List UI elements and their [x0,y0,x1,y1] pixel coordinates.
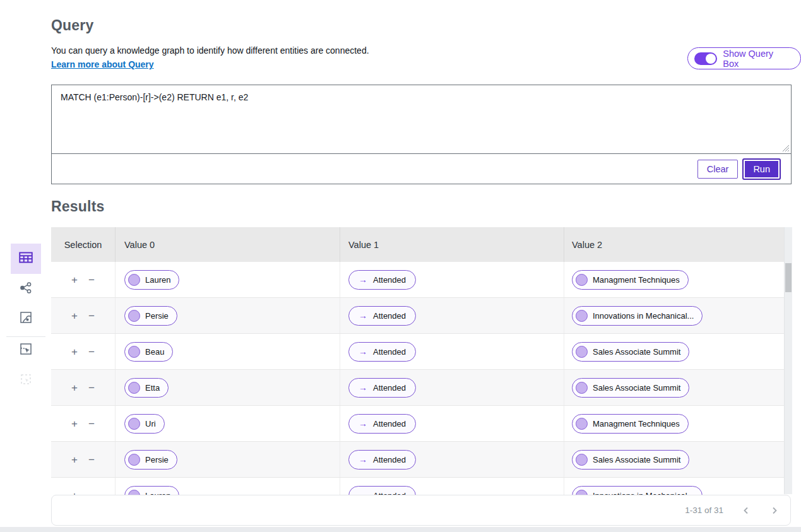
map-select-icon [18,341,33,359]
edge-arrow-icon: → [359,454,367,464]
sidebar-item-map-select-view[interactable] [18,343,33,358]
table-scrollbar[interactable] [784,227,792,494]
add-to-selection-button[interactable]: + [70,273,79,287]
node-label: Sales Associate Summit [593,383,680,393]
add-to-selection-button[interactable]: + [70,489,79,495]
remove-from-selection-button[interactable]: − [87,453,96,466]
toggle-label: Show Query Box [723,49,790,69]
edge-chip[interactable]: → Attended [348,414,416,434]
node-label: Managment Techniques [593,275,680,285]
add-to-selection-button[interactable]: + [70,381,79,394]
node-dot-icon [576,310,588,322]
node-label: Lauren [145,275,170,285]
clear-button[interactable]: Clear [697,160,739,179]
node-label: Sales Associate Summit [593,455,680,464]
edge-arrow-icon: → [359,310,367,321]
add-to-selection-button[interactable]: + [70,453,79,466]
remove-from-selection-button[interactable]: − [87,309,96,322]
node-chip[interactable]: Sales Associate Summit [572,450,689,470]
graph-icon [18,280,33,298]
node-dot-icon [576,382,588,394]
table-row: + − Lauren → Attended Managment Techniqu… [51,262,792,298]
node-dot-icon [128,346,140,358]
results-table: Selection Value 0 Value 1 Value 2 + − La… [51,227,792,495]
edge-chip[interactable]: → Attended [348,450,416,470]
table-row: + − Persie → Attended Innovations in Mec… [51,298,792,334]
query-editor-panel: MATCH (e1:Person)-[r]->(e2) RETURN e1, r… [51,85,792,184]
table-row: + − Beau → Attended Sales Associate Summ… [51,334,792,370]
node-dot-icon [576,274,588,286]
pagination-range: 1-31 of 31 [685,505,723,515]
column-header-selection: Selection [51,240,115,250]
node-chip[interactable]: Innovations in Mechanical... [572,306,703,326]
table-row: + − Uri → Attended Managment Techniques [51,406,792,442]
selection-box-icon [18,372,33,389]
edge-arrow-icon: → [359,275,367,285]
edge-chip[interactable]: → Attended [348,342,416,362]
edge-label: Attended [373,419,406,429]
node-dot-icon [576,454,588,466]
node-dot-icon [128,274,140,286]
table-row: + − Persie → Attended Sales Associate Su… [51,442,792,478]
chevron-left-icon[interactable] [740,505,752,516]
sidebar-item-map-view[interactable] [18,311,33,326]
node-dot-icon [128,382,140,394]
node-chip[interactable]: Persie [124,306,177,326]
node-label: Sales Associate Summit [593,347,680,357]
node-chip[interactable]: Sales Associate Summit [572,378,689,398]
results-section-title: Results [51,198,104,215]
node-chip[interactable]: Sales Associate Summit [572,342,689,362]
node-chip[interactable]: Lauren [124,486,179,495]
sidebar-item-table-view[interactable] [11,244,41,274]
edge-chip[interactable]: → Attended [348,378,416,398]
node-chip[interactable]: Managment Techniques [572,270,689,290]
pagination-footer: 1-31 of 31 [51,495,791,526]
node-chip[interactable]: Persie [124,450,177,470]
remove-from-selection-button[interactable]: − [87,273,96,287]
edge-chip[interactable]: → Attended [348,270,416,290]
edge-label: Attended [373,311,406,321]
run-button[interactable]: Run [744,160,780,179]
node-dot-icon [128,418,140,430]
toggle-switch-icon[interactable] [694,52,717,65]
add-to-selection-button[interactable]: + [70,309,79,322]
remove-from-selection-button[interactable]: − [87,345,96,358]
node-chip[interactable]: Etta [124,378,169,398]
edge-arrow-icon: → [359,418,367,429]
page-bottom-strip [0,527,801,532]
node-dot-icon [128,310,140,322]
scrollbar-thumb[interactable] [785,263,792,292]
remove-from-selection-button[interactable]: − [87,381,96,394]
node-chip[interactable]: Uri [124,414,165,434]
edge-arrow-icon: → [359,490,367,495]
query-section-title: Query [51,17,93,34]
table-icon [18,249,34,268]
node-chip[interactable]: Innovations in Mechanical... [572,486,703,495]
node-label: Persie [145,311,169,321]
learn-more-link[interactable]: Learn more about Query [51,59,154,69]
edge-label: Attended [373,275,406,285]
node-label: Persie [145,455,169,464]
sidebar-item-graph-view[interactable] [18,281,33,297]
edge-chip[interactable]: → Attended [348,306,416,326]
remove-from-selection-button[interactable]: − [87,417,96,430]
edge-label: Attended [373,347,406,357]
table-header-row: Selection Value 0 Value 1 Value 2 [51,227,792,262]
table-row: + − Etta → Attended Sales Associate Summ… [51,370,792,406]
show-query-box-toggle[interactable]: Show Query Box [687,47,801,69]
add-to-selection-button[interactable]: + [70,417,79,430]
query-input[interactable]: MATCH (e1:Person)-[r]->(e2) RETURN e1, r… [52,85,791,153]
edge-chip[interactable]: → Attended [348,486,416,495]
node-label: Innovations in Mechanical... [593,311,694,321]
node-label: Managment Techniques [593,419,680,429]
sidebar-item-selection-tool [18,373,33,388]
node-chip[interactable]: Managment Techniques [572,414,689,434]
add-to-selection-button[interactable]: + [70,345,79,358]
node-label: Etta [145,383,160,393]
remove-from-selection-button[interactable]: − [87,489,96,495]
node-chip[interactable]: Lauren [124,270,179,290]
query-description: You can query a knowledge graph to ident… [51,45,369,56]
chevron-right-icon[interactable] [769,505,780,516]
resize-handle-icon[interactable] [781,144,789,151]
node-chip[interactable]: Beau [124,342,173,362]
